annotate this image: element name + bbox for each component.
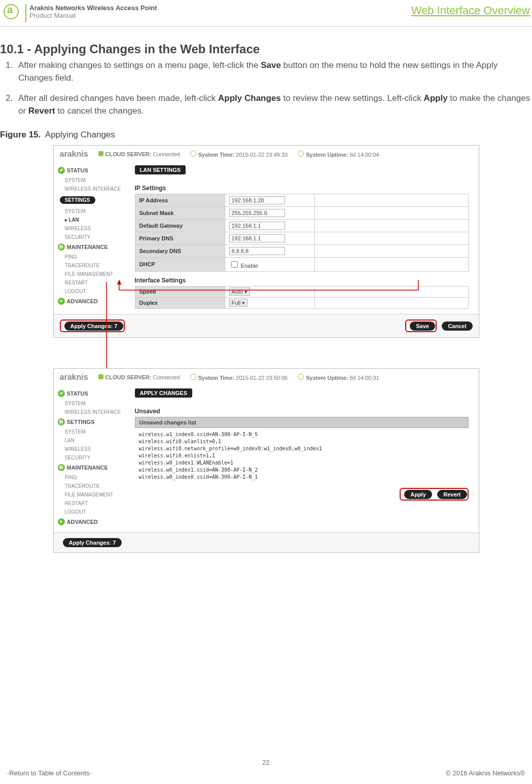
nav-trace[interactable]: TRACEROUTE [54,482,130,490]
nav-advanced-label: ADVANCED [67,298,98,304]
copyright: © 2016 Araknis Networks® [446,769,525,777]
nav-status[interactable]: ✔STATUS [54,165,130,176]
duplex-label: Duplex [135,297,225,308]
nav-advanced[interactable]: +ADVANCED [54,296,130,307]
nav-ping[interactable]: PING [54,473,130,482]
uptime-value: 8d 14:00:31 [349,375,379,381]
plus-icon: + [58,518,65,525]
step-2-text: After all desired changes have been made… [18,93,218,103]
toc-link[interactable]: -Return to Table of Contents- [7,769,92,777]
dhcp-text: Enable [241,263,258,269]
nav-maint[interactable]: ⚙MAINTENANCE [54,462,130,473]
dns1-input[interactable]: 192.168.1.1 [229,234,285,242]
cloud-value: Connected [153,374,180,380]
gear-icon: ⚙ [58,464,65,471]
gear-icon: ⚙ [58,243,65,251]
uptime-label: System Uptime: [306,152,348,158]
duplex-select[interactable]: Full ▾ [229,299,248,307]
nav-ping[interactable]: PING [54,253,130,261]
nav-s-lan[interactable]: ▸ LAN [54,216,130,224]
save-button[interactable]: Save [410,322,435,331]
clock-icon [298,151,304,157]
nav-maint-label: MAINTENANCE [67,465,108,471]
nav-s-wireless[interactable]: WIRELESS [54,445,130,453]
speed-select[interactable]: Auto ▾ [229,288,251,296]
nav-restart[interactable]: RESTART [54,278,130,287]
step-1-bold: Save [261,60,281,70]
interface-settings-table: SpeedAuto ▾ DuplexFull ▾ [135,286,469,309]
step-1-text: After making changes to settings on a me… [18,60,261,70]
mask-input[interactable]: 255.255.255.0 [229,209,285,217]
apply-button[interactable]: Apply [404,490,432,499]
uptime-label: System Uptime: [306,375,348,381]
cloud-label: CLOUD SERVER: [105,374,152,380]
ip-input[interactable]: 192.168.1.20 [229,196,285,204]
clock-icon [190,151,196,157]
system-time: System Time: 2015-01-22 23:49:33 [190,151,288,158]
nav-wiface[interactable]: WIRELESS INTERFACE [54,408,130,416]
screenshot-lan-settings: araknis CLOUD SERVER: Connected System T… [53,145,479,338]
cloud-value: Connected [153,151,180,157]
figure-title: Applying Changes [45,130,115,139]
dhcp-label: DHCP [135,257,225,271]
systime-label: System Time: [198,152,234,158]
dns2-label: Secondary DNS [135,244,225,257]
nav-settings[interactable]: SETTINGS [60,196,95,204]
nav-advanced[interactable]: +ADVANCED [54,516,130,527]
step-2: After all desired changes have been made… [15,92,532,117]
nav-status[interactable]: ✔STATUS [54,388,130,399]
section-link[interactable]: Web Interface Overview [411,4,532,17]
mask-label: Subnet Mask [135,206,225,219]
nav-maint-label: MAINTENANCE [67,244,108,250]
nav-maint[interactable]: ⚙MAINTENANCE [54,241,130,253]
nav-trace[interactable]: TRACEROUTE [54,261,130,270]
apply-changes-highlight: Apply Changes: 7 [60,319,125,332]
nav-file[interactable]: FILE MANAGEMENT [54,270,130,278]
nav-s-lan-plain[interactable]: LAN [54,436,130,445]
dns2-input[interactable]: 8.8.8.8 [229,247,285,255]
gw-label: Default Gateway [135,219,225,232]
page-heading: 10.1 - Applying Changes in the Web Inter… [0,42,532,56]
clock-icon [298,374,304,380]
system-uptime: System Uptime: 8d 14:00:04 [298,151,379,158]
step-2-text4: to cancel the changes. [55,106,144,116]
check-icon: ✔ [58,167,65,174]
ip-settings-table: IP Address192.168.1.20 Subnet Mask255.25… [135,194,469,272]
nav-wiface[interactable]: WIRELESS INTERFACE [54,185,130,193]
nav-system[interactable]: SYSTEM [54,399,130,408]
nav-settings[interactable]: ⚙SETTINGS [54,416,130,427]
dns1-label: Primary DNS [135,232,225,244]
nav-system[interactable]: SYSTEM [54,176,130,185]
apply-changes-button[interactable]: Apply Changes: 7 [63,538,122,547]
nav-logout[interactable]: LOGOUT [54,287,130,296]
page-number: 22 [0,759,532,766]
nav-s-wireless[interactable]: WIRELESS [54,224,130,233]
page-footer: 22 -Return to Table of Contents- © 2016 … [0,759,532,777]
nav-s-security[interactable]: SECURITY [54,453,130,462]
nav-status-label: STATUS [67,390,88,397]
nav-restart[interactable]: RESTART [54,499,130,508]
brand-logo: araknis [60,373,88,382]
apply-changes-button[interactable]: Apply Changes: 7 [64,322,124,331]
nav-file[interactable]: FILE MANAGEMENT [54,490,130,499]
nav-s-system[interactable]: SYSTEM [54,207,130,216]
dhcp-checkbox[interactable] [231,261,238,268]
save-highlight: Save [405,319,437,332]
nav-s-system[interactable]: SYSTEM [54,427,130,436]
gw-input[interactable]: 192.168.1.1 [229,222,285,230]
nav-s-security[interactable]: SECURITY [54,233,130,241]
product-title: Araknis Networks Wireless Access Point [29,4,411,12]
figure-number: Figure 15. [0,130,41,139]
systime-label: System Time: [198,375,234,381]
cloud-label: CLOUD SERVER: [105,151,152,157]
cancel-button[interactable]: Cancel [442,322,472,331]
revert-button[interactable]: Revert [437,490,467,499]
system-uptime: System Uptime: 8d 14:00:31 [298,374,379,381]
nav-logout[interactable]: LOGOUT [54,508,130,516]
uptime-value: 8d 14:00:04 [349,152,379,158]
speed-label: Speed [135,286,225,297]
araknis-logo-icon [4,4,19,19]
systime-value: 2015-01-22 23:50:06 [236,375,288,381]
step-1: After making changes to settings on a me… [15,59,532,84]
header-rule [0,26,532,27]
